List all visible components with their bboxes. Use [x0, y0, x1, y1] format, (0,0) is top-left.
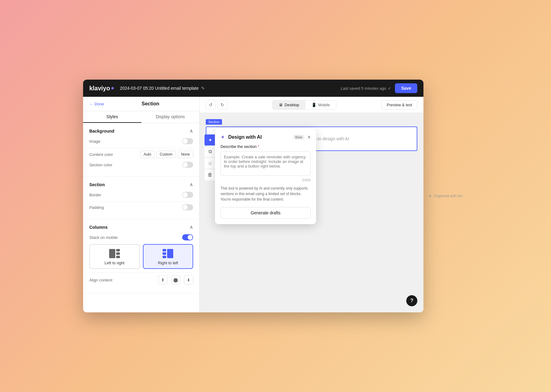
columns-title: Columns — [89, 225, 108, 230]
view-toggle: 🖥 Desktop 📱 Mobile — [272, 100, 336, 110]
stack-label: Stack on mobile — [89, 235, 118, 240]
border-toggle[interactable] — [182, 192, 193, 198]
color-auto[interactable]: Auto — [140, 151, 155, 158]
header-right: Last saved 5 minutes ago ✓ Save — [341, 83, 417, 93]
main-content: ← Done Section Styles Display options Ba… — [83, 97, 423, 312]
divider-2 — [89, 202, 193, 202]
tab-styles[interactable]: Styles — [83, 111, 141, 123]
generate-drafts-button[interactable]: Generate drafts — [220, 207, 311, 219]
tab-display[interactable]: Display options — [141, 111, 200, 123]
panel-section-title: Section — [108, 101, 193, 107]
mobile-label: Mobile — [318, 103, 330, 107]
describe-label: Describe the section * — [220, 144, 311, 149]
required-star: * — [258, 144, 259, 149]
border-label: Border — [89, 193, 101, 197]
layout-rtl[interactable]: Right to left — [143, 244, 193, 269]
padding-toggle[interactable] — [182, 204, 193, 210]
background-title: Background — [89, 129, 114, 134]
desktop-view-btn[interactable]: 🖥 Desktop — [273, 100, 305, 109]
footer-sparkle-icon: ✦ — [428, 194, 432, 198]
align-middle-btn[interactable]: ⬤ — [171, 275, 180, 285]
border-row: Border — [89, 192, 193, 198]
copy-btn[interactable]: ⧉ — [205, 146, 216, 157]
modal-close-button[interactable]: × — [308, 134, 311, 140]
image-label: Image — [89, 139, 100, 144]
template-title: 2024-03-07 05:20 Untitled email template — [120, 86, 199, 91]
align-bottom-btn[interactable]: ⬇ — [184, 275, 193, 285]
save-button[interactable]: Save — [395, 83, 417, 93]
panel-header: ← Done Section — [83, 97, 199, 111]
stack-toggle[interactable] — [182, 234, 193, 240]
color-none[interactable]: None — [178, 151, 193, 158]
done-label: Done — [94, 102, 104, 106]
canvas-toolbar: ↺ ↻ 🖥 Desktop 📱 Mobile Preview & test — [200, 97, 423, 113]
undo-button[interactable]: ↺ — [206, 100, 216, 110]
panel-scroll-content: Background ∧ Image Content color Auto Cu… — [83, 123, 199, 312]
section-color-row: Section color — [89, 162, 193, 168]
canvas-content: Section ✦ ⧉ ☆ 🗑 select the sparkle icon … — [200, 113, 423, 312]
desktop-icon: 🖥 — [279, 103, 283, 107]
beta-badge: Beta — [293, 135, 304, 140]
section-label-tag: Section — [206, 119, 222, 125]
columns-collapse[interactable]: ∧ — [189, 224, 193, 230]
delete-btn[interactable]: 🗑 — [205, 169, 216, 180]
mobile-view-btn[interactable]: 📱 Mobile — [305, 100, 336, 109]
favorite-btn[interactable]: ☆ — [205, 158, 216, 169]
align-content-label: Align content — [89, 278, 112, 282]
footer-logo: ✦ Captured with Arc — [428, 194, 463, 198]
background-group-header: Background ∧ — [89, 128, 193, 134]
footer-text: Captured with Arc — [434, 194, 463, 198]
layout-ltr[interactable]: Left to right — [89, 244, 140, 269]
preview-test-button[interactable]: Preview & test — [381, 100, 417, 110]
section-title: Section — [89, 182, 105, 187]
ltr-block-4 — [116, 256, 120, 258]
section-collapse[interactable]: ∧ — [189, 182, 193, 187]
last-saved: Last saved 5 minutes ago ✓ — [341, 86, 391, 91]
rtl-block-2 — [163, 252, 166, 255]
arrow-left-icon: ← — [89, 102, 93, 106]
rtl-block-main — [167, 249, 173, 258]
modal-ai-icon: ✦ — [220, 134, 225, 141]
image-toggle[interactable] — [182, 138, 193, 144]
ltr-block-1 — [109, 249, 115, 258]
header-title: 2024-03-07 05:20 Untitled email template… — [120, 86, 341, 91]
undo-redo-group: ↺ ↻ — [206, 100, 227, 110]
footer: ✦ Captured with Arc — [423, 189, 468, 203]
background-group: Background ∧ Image Content color Auto Cu… — [83, 123, 199, 177]
description-textarea[interactable] — [220, 151, 311, 176]
ltr-block-3 — [116, 252, 120, 255]
modal-title: Design with AI — [228, 134, 290, 140]
modal-header: ✦ Design with AI Beta × — [215, 128, 316, 144]
check-icon: ✓ — [388, 86, 391, 91]
edit-icon[interactable]: ✎ — [201, 86, 205, 91]
rtl-icon — [163, 249, 173, 258]
rtl-block-3 — [163, 256, 166, 258]
done-link[interactable]: ← Done — [89, 102, 104, 106]
section-group: Section ∧ Border Padding — [83, 177, 199, 219]
help-icon: ? — [410, 298, 413, 303]
last-saved-text: Last saved 5 minutes ago — [341, 86, 386, 91]
align-top-btn[interactable]: ⬆ — [158, 275, 167, 285]
redo-button[interactable]: ↻ — [217, 100, 227, 110]
divider-1 — [89, 148, 193, 148]
app-header: klaviyo 2024-03-07 05:20 Untitled email … — [83, 80, 423, 97]
ai-sparkle-btn[interactable]: ✦ — [205, 134, 216, 145]
help-button[interactable]: ? — [406, 295, 417, 306]
app-window: klaviyo 2024-03-07 05:20 Untitled email … — [83, 80, 423, 312]
section-color-label: Section color — [89, 163, 112, 167]
stack-row: Stack on mobile — [89, 234, 193, 240]
columns-group: Columns ∧ Stack on mobile — [83, 219, 199, 293]
left-panel: ← Done Section Styles Display options Ba… — [83, 97, 200, 312]
columns-group-header: Columns ∧ — [89, 224, 193, 230]
section-color-toggle[interactable] — [182, 162, 193, 168]
align-buttons: ⬆ ⬤ ⬇ — [158, 275, 193, 285]
padding-row: Padding — [89, 204, 193, 210]
panel-tabs: Styles Display options — [83, 111, 199, 123]
ai-modal: ✦ Design with AI Beta × Describe the sec… — [215, 128, 316, 224]
ltr-block-2 — [116, 249, 120, 251]
background-collapse[interactable]: ∧ — [189, 128, 193, 134]
char-count: 0/400 — [220, 178, 311, 182]
color-custom[interactable]: Custom — [156, 151, 176, 158]
logo-dot — [111, 87, 114, 89]
mobile-icon: 📱 — [312, 103, 316, 107]
